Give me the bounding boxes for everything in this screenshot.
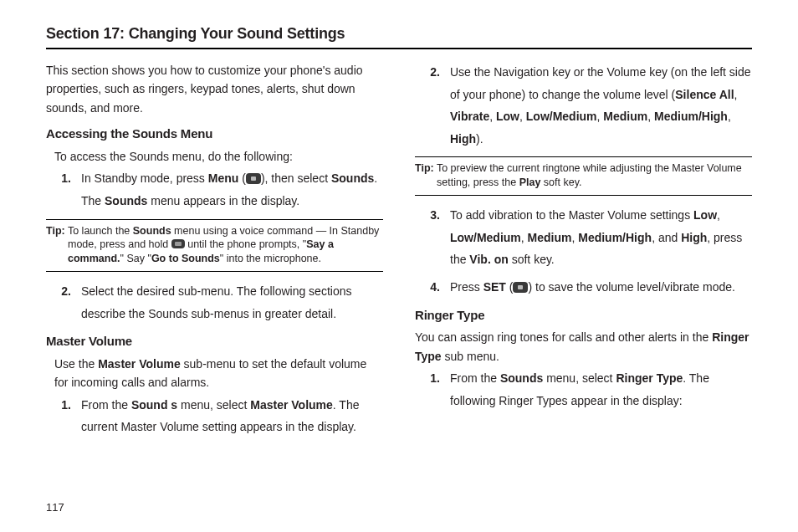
ok-key-icon [513, 282, 528, 293]
step-number: 1. [46, 394, 81, 438]
access-steps: 1. In Standby mode, press Menu (), then … [46, 167, 383, 212]
access-lead: To access the Sounds menu, do the follow… [54, 147, 383, 166]
ringer-lead: You can assign ring tones for calls and … [415, 328, 752, 366]
subhead-accessing: Accessing the Sounds Menu [46, 122, 383, 146]
step-text: To add vibration to the Master Volume se… [450, 204, 752, 271]
step-number: 1. [46, 167, 81, 212]
list-item: 1. From the Sound s menu, select Master … [46, 394, 383, 438]
list-item: 2. Select the desired sub-menu. The foll… [46, 280, 383, 325]
list-item: 3. To add vibration to the Master Volume… [415, 204, 752, 271]
intro-paragraph: This section shows you how to customize … [46, 61, 383, 117]
list-item: 2. Use the Navigation key or the Volume … [415, 61, 752, 150]
two-column-layout: This section shows you how to customize … [46, 61, 752, 443]
page-number: 117 [46, 501, 64, 514]
subhead-master-volume: Master Volume [46, 330, 383, 353]
access-steps-cont: 2. Select the desired sub-menu. The foll… [46, 280, 383, 325]
step-text: From the Sounds menu, select Ringer Type… [450, 367, 752, 412]
master-lead: Use the Master Volume sub-menu to set th… [54, 355, 383, 392]
voice-key-icon [171, 239, 185, 248]
step-text: Use the Navigation key or the Volume key… [450, 61, 752, 150]
master-volume-steps-cont2: 3. To add vibration to the Master Volume… [415, 204, 752, 298]
step-number: 2. [415, 61, 450, 150]
step-number: 1. [415, 367, 450, 412]
master-volume-steps: 1. From the Sound s menu, select Master … [46, 394, 383, 438]
list-item: 1. In Standby mode, press Menu (), then … [46, 167, 383, 212]
step-number: 4. [415, 276, 450, 299]
master-volume-steps-cont: 2. Use the Navigation key or the Volume … [415, 61, 752, 150]
tip-label: Tip: [46, 225, 65, 237]
step-text: From the Sound s menu, select Master Vol… [81, 394, 383, 438]
step-text: In Standby mode, press Menu (), then sel… [81, 167, 383, 212]
tip-box: Tip: To launch the Sounds menu using a v… [46, 219, 383, 273]
tip-box: Tip: To preview the current ringtone whi… [415, 156, 752, 196]
left-column: This section shows you how to customize … [46, 61, 383, 443]
step-text: Select the desired sub-menu. The followi… [81, 280, 383, 325]
subhead-ringer-type: Ringer Type [415, 304, 752, 327]
ok-key-icon [246, 173, 261, 184]
list-item: 4. Press SET () to save the volume level… [415, 276, 752, 299]
step-number: 2. [46, 280, 81, 325]
ringer-type-steps: 1. From the Sounds menu, select Ringer T… [415, 367, 752, 412]
step-number: 3. [415, 204, 450, 271]
list-item: 1. From the Sounds menu, select Ringer T… [415, 367, 752, 412]
tip-label: Tip: [415, 162, 434, 174]
title-rule [46, 48, 752, 49]
section-title: Section 17: Changing Your Sound Settings [46, 25, 752, 43]
step-text: Press SET () to save the volume level/vi… [450, 276, 752, 299]
right-column: 2. Use the Navigation key or the Volume … [415, 61, 752, 443]
